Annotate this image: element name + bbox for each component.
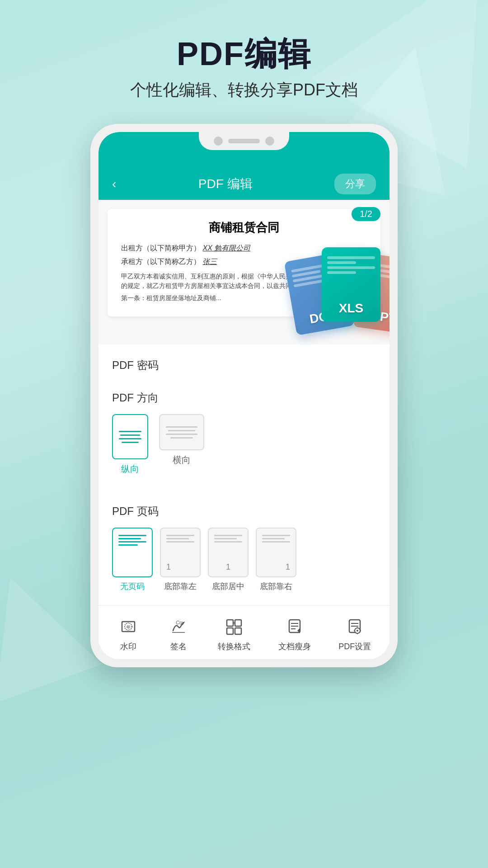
svg-rect-6 xyxy=(227,628,233,634)
phone-notch xyxy=(199,132,289,150)
landscape-line-2 xyxy=(168,430,195,431)
portrait-line-3 xyxy=(119,438,141,439)
orientation-title: PDF 方向 xyxy=(112,391,376,405)
xls-line-2 xyxy=(327,261,356,264)
pdf-password-section: PDF 密码 xyxy=(99,344,389,391)
line2-label: 承租方（以下简称乙方） xyxy=(121,258,201,265)
app-bar-title: PDF 编辑 xyxy=(198,175,253,193)
pn-line-a4 xyxy=(118,544,138,546)
toolbar-slim[interactable]: 文档瘦身 xyxy=(278,615,311,652)
label-bottom-right: 底部靠右 xyxy=(260,581,292,592)
xls-label: XLS xyxy=(339,301,363,316)
xls-card-lines xyxy=(327,256,375,274)
portrait-line-1 xyxy=(119,431,141,432)
document-area: 1/2 DOC xyxy=(99,200,389,344)
toolbar-signature[interactable]: Coy 签名 xyxy=(167,615,190,652)
landscape-option[interactable]: 横向 xyxy=(159,414,204,475)
pn-bc-1 xyxy=(214,535,242,536)
xls-line-3 xyxy=(327,266,375,269)
phone-mockup: ‹ PDF 编辑 分享 1/2 DOC xyxy=(90,124,398,667)
pn-bl-3 xyxy=(166,541,194,542)
phone-mockup-container: ‹ PDF 编辑 分享 1/2 DOC xyxy=(0,124,488,667)
svg-rect-5 xyxy=(235,620,241,626)
pn-br-1 xyxy=(262,535,290,536)
pdf-page-number-section: PDF 页码 无页码 xyxy=(99,495,389,605)
watermark-icon: 印 xyxy=(117,615,140,637)
slim-label: 文档瘦身 xyxy=(278,641,311,652)
signature-label: 签名 xyxy=(170,641,187,652)
pn-bl-1 xyxy=(166,535,194,536)
svg-rect-4 xyxy=(227,620,233,626)
svg-text:Coy: Coy xyxy=(176,620,185,625)
bottom-toolbar: 印 水印 Coy 签名 xyxy=(99,605,389,659)
notch-camera-2 xyxy=(265,137,274,146)
pdf-settings-icon xyxy=(343,615,366,637)
pdf-settings-label: PDF设置 xyxy=(338,641,371,652)
pn-bl-2 xyxy=(166,538,189,539)
label-bottom-center: 底部居中 xyxy=(212,581,244,592)
pdf-orientation-section: PDF 方向 纵向 xyxy=(99,391,389,495)
label-bottom-left: 底部靠左 xyxy=(164,581,197,592)
label-none: 无页码 xyxy=(120,581,145,592)
page-num-bottom-center[interactable]: 1 底部居中 xyxy=(208,528,249,592)
page-number-options: 无页码 1 底部靠左 xyxy=(112,528,376,592)
xls-line-4 xyxy=(327,271,356,274)
page-num-bottom-left[interactable]: 1 底部靠左 xyxy=(160,528,201,592)
line1-label: 出租方（以下简称甲方） xyxy=(121,244,201,252)
slim-icon xyxy=(283,615,306,637)
pn-bc-3 xyxy=(214,541,242,542)
toolbar-pdf-settings[interactable]: PDF设置 xyxy=(338,615,371,652)
svg-text:印: 印 xyxy=(127,625,130,629)
landscape-label: 横向 xyxy=(173,454,191,466)
watermark-label: 水印 xyxy=(120,641,136,652)
pn-line-a1 xyxy=(118,535,146,536)
portrait-option[interactable]: 纵向 xyxy=(112,414,148,475)
pn-line-a3 xyxy=(118,541,146,542)
orientation-options: 纵向 横向 xyxy=(112,414,376,475)
page-num-icon-none xyxy=(112,528,153,577)
file-cards-container: DOC XLS xyxy=(290,213,389,331)
xls-card: XLS xyxy=(322,247,380,322)
back-button[interactable]: ‹ xyxy=(112,177,116,191)
pn-lines-none xyxy=(113,535,152,546)
notch-camera xyxy=(214,137,223,146)
portrait-line-4 xyxy=(122,442,139,443)
share-button[interactable]: 分享 xyxy=(334,174,376,194)
pn-lines-bl xyxy=(161,535,200,542)
landscape-line-1 xyxy=(166,426,197,428)
phone-inner: ‹ PDF 编辑 分享 1/2 DOC xyxy=(99,132,389,659)
pn-line-a2 xyxy=(118,538,141,539)
pn-lines-br xyxy=(257,535,296,542)
landscape-line-3 xyxy=(166,434,197,435)
page-num-icon-bc: 1 xyxy=(208,528,249,577)
header-area: PDF编辑 个性化编辑、转换分享PDF文档 xyxy=(0,0,488,115)
page-num-bottom-right[interactable]: 1 底部靠右 xyxy=(256,528,296,592)
page-num-none[interactable]: 无页码 xyxy=(112,528,153,592)
toolbar-convert[interactable]: 转换格式 xyxy=(218,615,250,652)
pn-br-3 xyxy=(262,541,290,542)
page-num-icon-bl: 1 xyxy=(160,528,201,577)
pn-lines-bc xyxy=(209,535,248,542)
portrait-icon xyxy=(112,414,148,459)
page-num-icon-br: 1 xyxy=(256,528,296,577)
svg-rect-7 xyxy=(235,628,241,634)
line1-value: XX 勉有限公司 xyxy=(202,244,250,252)
phone-notch-area xyxy=(99,132,389,168)
main-title: PDF编辑 xyxy=(0,36,488,72)
sub-title: 个性化编辑、转换分享PDF文档 xyxy=(0,79,488,101)
notch-speaker xyxy=(228,139,260,143)
page-number-title: PDF 页码 xyxy=(112,504,376,519)
landscape-line-4 xyxy=(170,437,193,439)
line2-value: 张三 xyxy=(202,258,217,265)
convert-label: 转换格式 xyxy=(218,641,250,652)
svg-point-17 xyxy=(357,630,358,632)
app-bar: ‹ PDF 编辑 分享 xyxy=(99,168,389,200)
signature-icon: Coy xyxy=(167,615,190,637)
pn-br-2 xyxy=(262,538,285,539)
toolbar-watermark[interactable]: 印 水印 xyxy=(117,615,140,652)
pn-bc-2 xyxy=(214,538,237,539)
convert-icon xyxy=(223,615,245,637)
pdf-password-title: PDF 密码 xyxy=(112,358,376,373)
portrait-label: 纵向 xyxy=(121,463,139,475)
landscape-icon xyxy=(159,414,204,450)
